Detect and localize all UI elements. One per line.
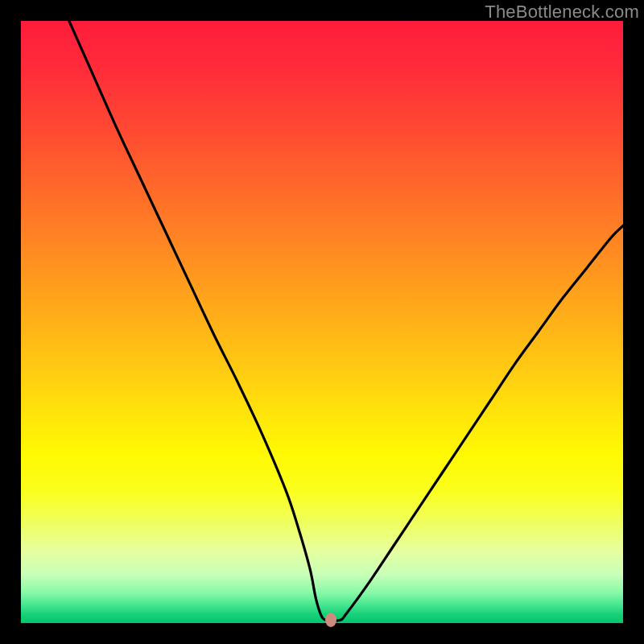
chart-frame: TheBottleneck.com <box>0 0 644 644</box>
bottleneck-curve <box>21 21 623 623</box>
watermark-text: TheBottleneck.com <box>485 2 639 23</box>
optimum-marker <box>325 613 336 627</box>
